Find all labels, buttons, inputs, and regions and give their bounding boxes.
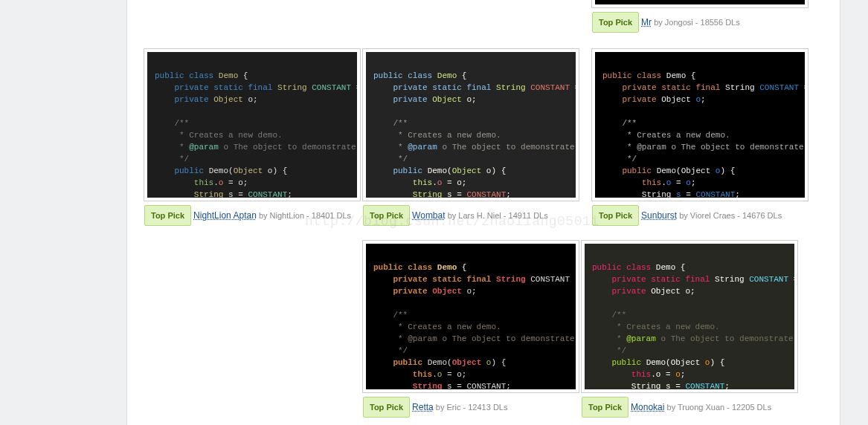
theme-author: by Lars H. Niel - 14911 DLs xyxy=(448,211,548,220)
theme-meta: Top Pick Retta by Eric - 12413 DLs xyxy=(363,397,579,418)
top-pick-badge: Top Pick xyxy=(363,205,410,226)
theme-name-link[interactable]: NightLion Aptan xyxy=(193,210,257,221)
theme-card-retta: public class Demo { private static final… xyxy=(363,241,579,418)
theme-name-link[interactable]: Monokai xyxy=(631,402,664,412)
theme-author: by NightLion - 18401 DLs xyxy=(259,211,351,220)
code-preview: public class Demo { private static final… xyxy=(363,49,579,201)
code-preview: public class Demo { private static final… xyxy=(592,49,808,201)
theme-author: by Viorel Craes - 14676 DLs xyxy=(679,211,782,220)
top-pick-badge: Top Pick xyxy=(144,205,191,226)
theme-meta: Top Pick Sunburst by Viorel Craes - 1467… xyxy=(592,205,808,226)
theme-name-link[interactable]: Mr xyxy=(641,17,652,27)
theme-name-link[interactable]: Retta xyxy=(412,402,434,412)
theme-card-sunburst: public class Demo { private static final… xyxy=(592,49,808,226)
theme-author: by Truong Xuan - 12205 DLs xyxy=(667,403,772,412)
theme-meta: Top Pick NightLion Aptan by NightLion - … xyxy=(144,205,360,226)
top-pick-badge: Top Pick xyxy=(592,205,639,226)
theme-card-wombat: public class Demo { private static final… xyxy=(363,49,579,226)
code-preview: public class Demo { private static final… xyxy=(582,241,797,392)
theme-author: by Eric - 12413 DLs xyxy=(436,403,508,412)
top-pick-badge: Top Pick xyxy=(363,397,410,418)
theme-card-nightlion: public class Demo { private static final… xyxy=(144,49,360,226)
theme-card-monokai: public class Demo { private static final… xyxy=(582,241,797,418)
top-pick-badge: Top Pick xyxy=(582,397,629,418)
theme-card-mr: int i = 1; Top Pick Mr by Jongosi - 1855… xyxy=(592,0,808,33)
theme-meta: Top Pick Monokai by Truong Xuan - 12205 … xyxy=(582,397,797,418)
code-preview: public class Demo { private static final… xyxy=(363,241,579,392)
theme-name-link[interactable]: Sunburst xyxy=(641,210,677,221)
theme-name-link[interactable]: Wombat xyxy=(412,210,445,221)
top-pick-badge: Top Pick xyxy=(592,12,639,33)
theme-author: by Jongosi - 18556 DLs xyxy=(654,18,740,27)
theme-meta: Top Pick Mr by Jongosi - 18556 DLs xyxy=(592,12,808,33)
code-preview: public class Demo { private static final… xyxy=(144,49,360,201)
theme-meta: Top Pick Wombat by Lars H. Niel - 14911 … xyxy=(363,205,579,226)
code-preview: int i = 1; xyxy=(592,0,808,7)
